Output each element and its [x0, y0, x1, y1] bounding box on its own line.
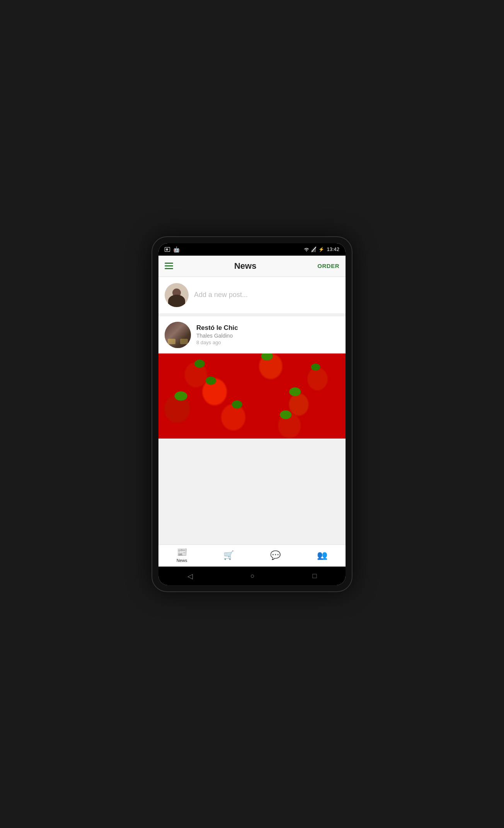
hamburger-menu-button[interactable] — [165, 263, 173, 269]
back-button[interactable]: ◁ — [180, 570, 201, 582]
status-bar: 🤖 ⚡ 13:42 — [158, 243, 346, 256]
nav-item-people[interactable]: 👥 — [311, 551, 334, 560]
cart-nav-icon: 🛒 — [223, 551, 234, 560]
app-content: News ORDER Add a new post... — [158, 256, 346, 567]
image-status-icon — [165, 247, 170, 252]
status-right-icons: ⚡ 13:42 — [304, 246, 339, 252]
news-feed: Add a new post... Restó le Chic Thales G… — [158, 277, 346, 545]
order-button[interactable]: ORDER — [317, 263, 339, 269]
new-post-box[interactable]: Add a new post... — [158, 277, 346, 313]
post-image[interactable] — [158, 353, 346, 439]
nav-item-news[interactable]: 📰 News — [170, 548, 194, 563]
device-frame: 🤖 ⚡ 13:42 — [152, 236, 352, 592]
wifi-icon — [304, 247, 309, 252]
status-left-icons: 🤖 — [165, 246, 180, 253]
bottom-nav: 📰 News 🛒 💬 👥 — [158, 545, 346, 567]
home-button[interactable]: ○ — [243, 570, 262, 582]
nav-item-cart[interactable]: 🛒 — [217, 551, 240, 560]
svg-rect-2 — [314, 248, 315, 252]
device-screen: 🤖 ⚡ 13:42 — [158, 243, 346, 585]
post-restaurant-name: Restó le Chic — [196, 324, 238, 332]
battery-icon: ⚡ — [318, 247, 324, 252]
recents-button[interactable]: □ — [305, 570, 324, 582]
post-time: 8 days ago — [196, 340, 238, 345]
android-status-icon: 🤖 — [173, 246, 180, 253]
nav-bar: News ORDER — [158, 256, 346, 277]
strawberry-image — [158, 353, 346, 439]
news-nav-icon: 📰 — [177, 548, 187, 557]
post-card: Restó le Chic Thales Galdino 8 days ago — [158, 316, 346, 439]
page-title: News — [234, 261, 256, 271]
new-post-placeholder[interactable]: Add a new post... — [194, 291, 248, 299]
people-nav-icon: 👥 — [317, 551, 327, 560]
post-header: Restó le Chic Thales Galdino 8 days ago — [158, 316, 346, 353]
restaurant-avatar-image — [165, 322, 191, 348]
post-meta: Restó le Chic Thales Galdino 8 days ago — [196, 324, 238, 345]
post-author: Thales Galdino — [196, 333, 238, 339]
status-time: 13:42 — [327, 246, 339, 252]
news-nav-label: News — [177, 558, 187, 563]
signal-slash-icon — [312, 247, 316, 252]
nav-item-messages[interactable]: 💬 — [264, 551, 287, 560]
current-user-avatar — [165, 283, 189, 307]
chat-nav-icon: 💬 — [270, 551, 281, 560]
android-nav-bar: ◁ ○ □ — [158, 567, 346, 585]
restaurant-avatar — [165, 322, 191, 348]
